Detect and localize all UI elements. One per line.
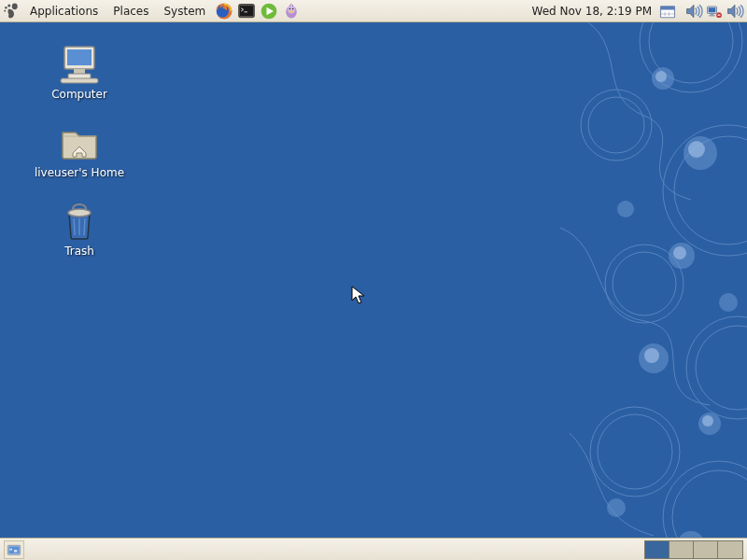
svg-rect-63: [9, 548, 12, 550]
computer-icon: [57, 41, 102, 86]
svg-point-51: [702, 415, 713, 427]
svg-point-46: [677, 531, 705, 538]
svg-rect-19: [709, 7, 716, 12]
svg-point-35: [598, 414, 672, 489]
svg-point-50: [644, 348, 659, 363]
svg-point-37: [672, 470, 747, 538]
svg-point-26: [581, 90, 652, 161]
trash-icon: [57, 198, 102, 243]
desktop[interactable]: Computer liveuser's Home Trash: [0, 22, 747, 538]
svg-rect-53: [67, 49, 92, 65]
menu-system[interactable]: System: [156, 3, 213, 20]
svg-point-45: [607, 498, 626, 517]
media-player-launcher-icon[interactable]: [259, 1, 279, 21]
svg-point-3: [4, 9, 6, 11]
svg-point-36: [663, 461, 747, 538]
volume-icon-2[interactable]: [725, 2, 745, 21]
workspace-3[interactable]: [694, 541, 718, 558]
pidgin-launcher-icon[interactable]: [281, 1, 302, 21]
svg-rect-56: [61, 78, 98, 83]
top-panel: Applications Places System Wed Nov 18, 2…: [0, 0, 747, 22]
svg-rect-14: [661, 6, 675, 9]
svg-point-42: [719, 293, 738, 312]
workspace-1[interactable]: [645, 541, 669, 558]
svg-point-39: [684, 136, 717, 170]
svg-point-41: [669, 243, 695, 269]
clock[interactable]: Wed Nov 18, 2:19 PM: [527, 5, 657, 18]
svg-point-24: [640, 22, 742, 92]
network-manager-icon[interactable]: [704, 2, 725, 21]
desktop-icon-computer[interactable]: Computer: [28, 41, 131, 101]
desktop-icon-label: liveuser's Home: [28, 166, 131, 179]
svg-point-25: [649, 22, 733, 83]
svg-rect-21: [709, 15, 715, 16]
calendar-applet-icon[interactable]: [657, 2, 678, 21]
svg-line-60: [84, 218, 85, 235]
svg-line-58: [74, 218, 75, 235]
svg-rect-54: [74, 69, 85, 74]
terminal-launcher-icon[interactable]: [236, 1, 257, 21]
wallpaper-decoration: [448, 22, 747, 538]
svg-point-32: [686, 316, 747, 419]
menu-applications[interactable]: Applications: [22, 3, 106, 20]
svg-point-47: [655, 71, 667, 82]
svg-point-10: [289, 7, 291, 9]
bottom-panel: [0, 538, 747, 560]
svg-point-44: [698, 413, 721, 435]
desktop-icon-home[interactable]: liveuser's Home: [28, 119, 131, 179]
svg-point-57: [68, 209, 91, 217]
desktop-icon-trash[interactable]: Trash: [28, 198, 131, 258]
svg-point-49: [673, 246, 686, 259]
menu-places[interactable]: Places: [106, 3, 156, 20]
svg-point-40: [617, 201, 634, 217]
mouse-cursor-icon: [351, 286, 366, 306]
svg-rect-64: [14, 550, 17, 553]
svg-point-2: [5, 7, 7, 8]
svg-point-27: [588, 97, 644, 153]
volume-icon[interactable]: [684, 2, 704, 21]
svg-point-38: [652, 67, 674, 90]
svg-point-11: [292, 7, 294, 9]
svg-point-28: [663, 125, 747, 256]
gnome-foot-icon[interactable]: [2, 2, 21, 21]
desktop-icon-label: Trash: [28, 245, 131, 258]
show-desktop-button[interactable]: [4, 540, 24, 559]
desktop-icon-label: Computer: [28, 88, 131, 101]
svg-rect-23: [718, 14, 721, 15]
workspace-switcher: [644, 540, 743, 559]
svg-point-0: [12, 3, 18, 9]
svg-rect-20: [711, 13, 713, 15]
home-folder-icon: [57, 119, 102, 164]
svg-point-1: [7, 4, 10, 7]
svg-point-48: [688, 141, 705, 158]
svg-point-33: [696, 326, 747, 410]
svg-point-30: [605, 245, 684, 323]
svg-point-43: [639, 343, 669, 373]
svg-point-12: [289, 10, 293, 12]
workspace-4[interactable]: [718, 541, 742, 558]
workspace-2[interactable]: [669, 541, 694, 558]
firefox-launcher-icon[interactable]: [214, 1, 234, 21]
svg-point-29: [674, 136, 747, 245]
svg-point-34: [590, 407, 680, 497]
svg-point-31: [613, 252, 676, 315]
